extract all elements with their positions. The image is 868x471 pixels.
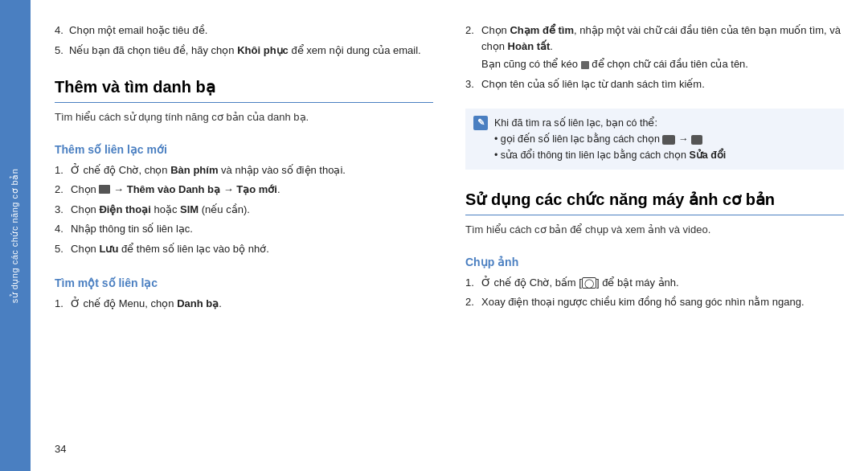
note-bullet-1: • gọi đến số liên lạc bằng cách chọn → bbox=[494, 133, 702, 145]
item-text: Chọn tên của số liên lạc từ danh sách tì… bbox=[481, 76, 844, 92]
list-item: 1. Ở chế độ Chờ, chọn Bàn phím và nhập v… bbox=[55, 162, 433, 178]
item-text: Chọn → Thêm vào Danh bạ → Tạo mới. bbox=[71, 182, 433, 198]
section1-subtitle: Tìm hiểu cách sử dụng tính năng cơ bản c… bbox=[55, 109, 433, 125]
subsection2-heading: Tìm một số liên lạc bbox=[55, 276, 433, 289]
right-column: 2. Chọn Chạm để tìm, nhập một vài chữ cá… bbox=[465, 23, 844, 455]
subsection3-heading: Chụp ảnh bbox=[465, 256, 844, 268]
sidebar-label: sử dụng các chức năng cơ bản bbox=[10, 168, 21, 303]
note-icon: ✎ bbox=[473, 116, 488, 130]
item-text: Chọn Điện thoại hoặc SIM (nếu cần). bbox=[71, 202, 433, 218]
list-item: 2. Chọn → Thêm vào Danh bạ → Tạo mới. bbox=[55, 182, 433, 198]
item-num: 3. bbox=[55, 202, 66, 218]
list-item: 5. Chọn Lưu để thêm số liên lạc vào bộ n… bbox=[55, 241, 433, 257]
note-bullet-2: • sửa đổi thông tin liên lạc bằng cách c… bbox=[494, 149, 726, 161]
list-item: 1. Ở chế độ Chờ, bấm [◯] để bật máy ảnh. bbox=[465, 275, 844, 291]
list-item: 1. Ở chế độ Menu, chọn Danh bạ. bbox=[55, 296, 433, 312]
page-number: 34 bbox=[55, 443, 66, 455]
item-num: 1. bbox=[465, 275, 477, 291]
section2-heading: Sử dụng các chức năng máy ảnh cơ bản bbox=[465, 189, 844, 210]
main-content: 4. Chọn một email hoặc tiêu đề. 5. Nếu b… bbox=[31, 0, 868, 471]
find-contact-list: 2. Chọn Chạm để tìm, nhập một vài chữ cá… bbox=[465, 23, 844, 96]
item-num: 5. bbox=[55, 241, 66, 257]
item-text: Nhập thông tin số liên lạc. bbox=[71, 221, 433, 237]
note-content: Khi đã tìm ra số liên lạc, bạn có thể: •… bbox=[494, 115, 836, 163]
item-num: 4. bbox=[55, 221, 66, 237]
subsection1-list: 1. Ở chế độ Chờ, chọn Bàn phím và nhập v… bbox=[55, 162, 433, 261]
section1-divider bbox=[55, 102, 433, 103]
item-4-num: 4. bbox=[55, 24, 63, 36]
section2-divider bbox=[465, 215, 844, 215]
item-5-text: Nếu bạn đã chọn tiêu đề, hãy chọn Khôi p… bbox=[69, 44, 421, 56]
item-text: Chọn Lưu để thêm số liên lạc vào bộ nhớ. bbox=[71, 241, 433, 257]
list-item: 2. Xoay điện thoại ngược chiều kim đồng … bbox=[465, 294, 844, 310]
list-item: 4. Nhập thông tin số liên lạc. bbox=[55, 221, 433, 237]
item-num: 2. bbox=[465, 23, 477, 72]
item-num: 2. bbox=[55, 182, 66, 198]
item-num: 1. bbox=[55, 296, 66, 312]
item-num: 2. bbox=[465, 294, 477, 310]
item-num: 3. bbox=[465, 76, 477, 92]
subsection3-list: 1. Ở chế độ Chờ, bấm [◯] để bật máy ảnh.… bbox=[465, 275, 844, 314]
intro-items: 4. Chọn một email hoặc tiêu đề. 5. Nếu b… bbox=[55, 23, 433, 62]
intro-item-4: 4. Chọn một email hoặc tiêu đề. bbox=[55, 23, 433, 39]
item-text: Chọn Chạm để tìm, nhập một vài chữ cái đ… bbox=[481, 23, 844, 72]
item-text: Xoay điện thoại ngược chiều kim đồng hồ … bbox=[481, 294, 844, 310]
item-5-num: 5. bbox=[55, 44, 63, 56]
subsection1-heading: Thêm số liên lạc mới bbox=[55, 143, 433, 156]
sidebar: sử dụng các chức năng cơ bản bbox=[0, 0, 31, 471]
section1-heading: Thêm và tìm danh bạ bbox=[55, 76, 433, 97]
note-text: Khi đã tìm ra số liên lạc, bạn có thể: bbox=[494, 117, 657, 129]
section2-subtitle: Tìm hiểu cách cơ bản để chụp và xem ảnh … bbox=[465, 222, 844, 238]
item-text: Ở chế độ Chờ, chọn Bàn phím và nhập vào … bbox=[71, 162, 433, 178]
list-item: 3. Chọn Điện thoại hoặc SIM (nếu cần). bbox=[55, 202, 433, 218]
left-column: 4. Chọn một email hoặc tiêu đề. 5. Nếu b… bbox=[55, 23, 433, 455]
list-item: 2. Chọn Chạm để tìm, nhập một vài chữ cá… bbox=[465, 23, 844, 72]
subsection2-list: 1. Ở chế độ Menu, chọn Danh bạ. bbox=[55, 296, 433, 316]
item-num: 1. bbox=[55, 162, 66, 178]
note-box: ✎ Khi đã tìm ra số liên lạc, bạn có thể:… bbox=[465, 109, 844, 170]
list-item: 3. Chọn tên của số liên lạc từ danh sách… bbox=[465, 76, 844, 92]
item-text: Ở chế độ Chờ, bấm [◯] để bật máy ảnh. bbox=[481, 275, 844, 291]
intro-item-5: 5. Nếu bạn đã chọn tiêu đề, hãy chọn Khô… bbox=[55, 43, 433, 59]
item-text: Ở chế độ Menu, chọn Danh bạ. bbox=[71, 296, 433, 312]
item-4-text: Chọn một email hoặc tiêu đề. bbox=[69, 24, 207, 36]
